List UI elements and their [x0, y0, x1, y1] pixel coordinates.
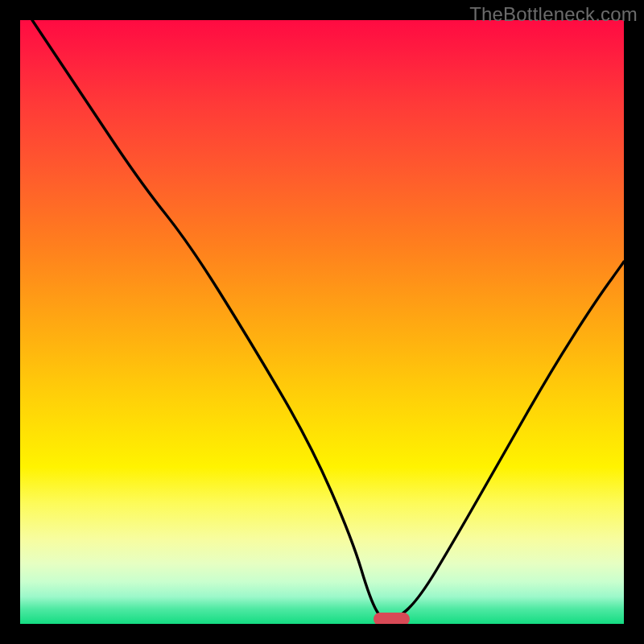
plot-area: [20, 20, 624, 624]
bottleneck-curve: [20, 20, 624, 624]
watermark-text: TheBottleneck.com: [469, 3, 638, 26]
optimal-range-marker: [374, 613, 410, 624]
chart-frame: TheBottleneck.com: [0, 0, 644, 644]
